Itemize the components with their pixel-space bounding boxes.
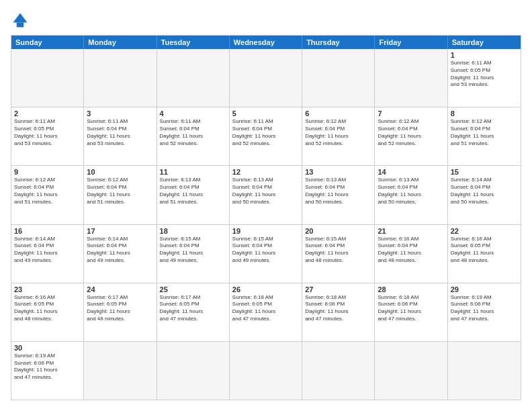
- day-number: 14: [378, 168, 444, 176]
- day-number: 3: [87, 109, 153, 118]
- day-header-monday: Monday: [84, 36, 157, 49]
- calendar-cell: 9Sunrise: 6:12 AM Sunset: 6:04 PM Daylig…: [11, 166, 84, 224]
- page: SundayMondayTuesdayWednesdayThursdayFrid…: [0, 0, 532, 411]
- cell-info: Sunrise: 6:15 AM Sunset: 6:04 PM Dayligh…: [160, 236, 226, 265]
- cell-info: Sunrise: 6:16 AM Sunset: 6:04 PM Dayligh…: [378, 236, 444, 265]
- calendar-cell: 30Sunrise: 6:19 AM Sunset: 6:06 PM Dayli…: [11, 342, 84, 400]
- calendar-cell: 4Sunrise: 6:11 AM Sunset: 6:04 PM Daylig…: [157, 107, 230, 165]
- calendar-cell: 6Sunrise: 6:12 AM Sunset: 6:04 PM Daylig…: [302, 107, 375, 165]
- cell-info: Sunrise: 6:11 AM Sunset: 6:04 PM Dayligh…: [160, 118, 226, 147]
- calendar-cell: 3Sunrise: 6:11 AM Sunset: 6:04 PM Daylig…: [84, 107, 157, 165]
- day-number: 6: [305, 109, 371, 118]
- calendar-cell: 22Sunrise: 6:16 AM Sunset: 6:05 PM Dayli…: [448, 225, 521, 283]
- calendar-cell: [302, 342, 375, 400]
- day-number: 30: [14, 344, 81, 352]
- cell-info: Sunrise: 6:14 AM Sunset: 6:04 PM Dayligh…: [14, 236, 81, 265]
- day-number: 17: [87, 227, 153, 235]
- calendar-cell: 14Sunrise: 6:13 AM Sunset: 6:04 PM Dayli…: [375, 166, 447, 224]
- cell-info: Sunrise: 6:15 AM Sunset: 6:04 PM Dayligh…: [232, 236, 299, 265]
- day-header-wednesday: Wednesday: [230, 36, 302, 49]
- calendar-week-4: 23Sunrise: 6:16 AM Sunset: 6:05 PM Dayli…: [11, 283, 521, 342]
- day-number: 9: [14, 168, 81, 176]
- calendar-cell: [375, 342, 447, 400]
- cell-info: Sunrise: 6:13 AM Sunset: 6:04 PM Dayligh…: [305, 177, 371, 205]
- day-header-friday: Friday: [375, 36, 447, 49]
- calendar-cell: 25Sunrise: 6:17 AM Sunset: 6:05 PM Dayli…: [157, 283, 230, 341]
- calendar-cell: [448, 342, 521, 400]
- calendar-cell: [84, 49, 157, 107]
- cell-info: Sunrise: 6:14 AM Sunset: 6:04 PM Dayligh…: [87, 236, 153, 265]
- day-number: 1: [451, 51, 518, 59]
- calendar-cell: 15Sunrise: 6:14 AM Sunset: 6:04 PM Dayli…: [448, 166, 521, 224]
- calendar-cell: 1Sunrise: 6:11 AM Sunset: 6:05 PM Daylig…: [448, 49, 521, 107]
- calendar-cell: 10Sunrise: 6:12 AM Sunset: 6:04 PM Dayli…: [84, 166, 157, 224]
- cell-info: Sunrise: 6:13 AM Sunset: 6:04 PM Dayligh…: [378, 177, 444, 205]
- cell-info: Sunrise: 6:11 AM Sunset: 6:04 PM Dayligh…: [87, 118, 153, 147]
- calendar-cell: 11Sunrise: 6:13 AM Sunset: 6:04 PM Dayli…: [157, 166, 230, 224]
- day-number: 28: [378, 285, 444, 293]
- day-number: 23: [14, 285, 81, 293]
- day-number: 7: [378, 109, 444, 118]
- day-number: 18: [160, 227, 226, 235]
- cell-info: Sunrise: 6:12 AM Sunset: 6:04 PM Dayligh…: [378, 118, 444, 147]
- day-number: 11: [160, 168, 226, 176]
- day-number: 12: [232, 168, 299, 176]
- cell-info: Sunrise: 6:14 AM Sunset: 6:04 PM Dayligh…: [451, 177, 518, 205]
- cell-info: Sunrise: 6:12 AM Sunset: 6:04 PM Dayligh…: [451, 118, 518, 147]
- day-number: 10: [87, 168, 153, 176]
- cell-info: Sunrise: 6:12 AM Sunset: 6:04 PM Dayligh…: [87, 177, 153, 205]
- calendar-cell: 21Sunrise: 6:16 AM Sunset: 6:04 PM Dayli…: [375, 225, 447, 283]
- day-header-saturday: Saturday: [448, 36, 521, 49]
- cell-info: Sunrise: 6:16 AM Sunset: 6:05 PM Dayligh…: [14, 294, 81, 323]
- day-number: 19: [232, 227, 299, 235]
- day-number: 4: [160, 109, 226, 118]
- calendar-cell: 29Sunrise: 6:19 AM Sunset: 6:06 PM Dayli…: [448, 283, 521, 341]
- day-number: 2: [14, 109, 81, 118]
- calendar: SundayMondayTuesdayWednesdayThursdayFrid…: [11, 35, 521, 400]
- day-number: 22: [451, 227, 518, 235]
- calendar-cell: [11, 49, 84, 107]
- day-header-tuesday: Tuesday: [157, 36, 230, 49]
- calendar-cell: 19Sunrise: 6:15 AM Sunset: 6:04 PM Dayli…: [230, 225, 302, 283]
- calendar-week-1: 2Sunrise: 6:11 AM Sunset: 6:05 PM Daylig…: [11, 107, 521, 166]
- calendar-header-row: SundayMondayTuesdayWednesdayThursdayFrid…: [11, 36, 521, 49]
- calendar-week-3: 16Sunrise: 6:14 AM Sunset: 6:04 PM Dayli…: [11, 225, 521, 283]
- cell-info: Sunrise: 6:12 AM Sunset: 6:04 PM Dayligh…: [305, 118, 371, 147]
- calendar-cell: 26Sunrise: 6:18 AM Sunset: 6:05 PM Dayli…: [230, 283, 302, 341]
- cell-info: Sunrise: 6:18 AM Sunset: 6:06 PM Dayligh…: [378, 294, 444, 323]
- cell-info: Sunrise: 6:13 AM Sunset: 6:04 PM Dayligh…: [160, 177, 226, 205]
- day-number: 13: [305, 168, 371, 176]
- day-number: 15: [451, 168, 518, 176]
- day-header-sunday: Sunday: [11, 36, 84, 49]
- calendar-cell: [302, 49, 375, 107]
- calendar-cell: 7Sunrise: 6:12 AM Sunset: 6:04 PM Daylig…: [375, 107, 447, 165]
- day-number: 25: [160, 285, 226, 293]
- cell-info: Sunrise: 6:18 AM Sunset: 6:06 PM Dayligh…: [305, 294, 371, 323]
- calendar-cell: [230, 342, 302, 400]
- cell-info: Sunrise: 6:19 AM Sunset: 6:06 PM Dayligh…: [14, 353, 81, 381]
- calendar-cell: [157, 342, 230, 400]
- calendar-cell: 20Sunrise: 6:15 AM Sunset: 6:04 PM Dayli…: [302, 225, 375, 283]
- cell-info: Sunrise: 6:18 AM Sunset: 6:05 PM Dayligh…: [232, 294, 299, 323]
- calendar-cell: [230, 49, 302, 107]
- cell-info: Sunrise: 6:17 AM Sunset: 6:05 PM Dayligh…: [160, 294, 226, 323]
- svg-rect-2: [17, 23, 24, 28]
- day-number: 16: [14, 227, 81, 235]
- calendar-cell: 13Sunrise: 6:13 AM Sunset: 6:04 PM Dayli…: [302, 166, 375, 224]
- calendar-week-0: 1Sunrise: 6:11 AM Sunset: 6:05 PM Daylig…: [11, 49, 521, 107]
- cell-info: Sunrise: 6:12 AM Sunset: 6:04 PM Dayligh…: [14, 177, 81, 205]
- cell-info: Sunrise: 6:15 AM Sunset: 6:04 PM Dayligh…: [305, 236, 371, 265]
- cell-info: Sunrise: 6:11 AM Sunset: 6:04 PM Dayligh…: [232, 118, 299, 147]
- calendar-cell: 23Sunrise: 6:16 AM Sunset: 6:05 PM Dayli…: [11, 283, 84, 341]
- day-number: 21: [378, 227, 444, 235]
- cell-info: Sunrise: 6:16 AM Sunset: 6:05 PM Dayligh…: [451, 236, 518, 265]
- calendar-body: 1Sunrise: 6:11 AM Sunset: 6:05 PM Daylig…: [11, 49, 521, 400]
- cell-info: Sunrise: 6:19 AM Sunset: 6:06 PM Dayligh…: [451, 294, 518, 323]
- cell-info: Sunrise: 6:17 AM Sunset: 6:05 PM Dayligh…: [87, 294, 153, 323]
- calendar-cell: 8Sunrise: 6:12 AM Sunset: 6:04 PM Daylig…: [448, 107, 521, 165]
- header: [11, 11, 521, 30]
- calendar-cell: 17Sunrise: 6:14 AM Sunset: 6:04 PM Dayli…: [84, 225, 157, 283]
- calendar-week-5: 30Sunrise: 6:19 AM Sunset: 6:06 PM Dayli…: [11, 342, 521, 400]
- day-number: 26: [232, 285, 299, 293]
- calendar-cell: [375, 49, 447, 107]
